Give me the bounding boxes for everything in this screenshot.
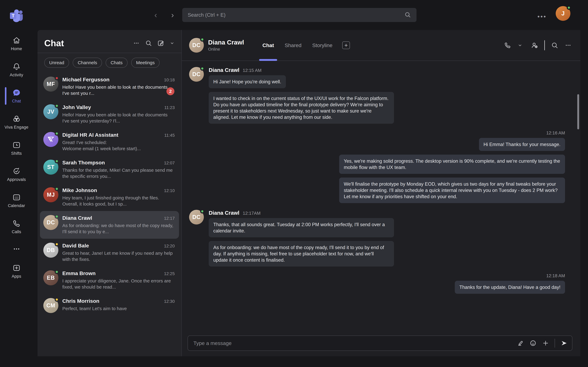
presence-indicator-green: [55, 104, 59, 108]
home-icon: [12, 36, 21, 45]
message-composer[interactable]: [188, 335, 572, 351]
presence-indicator-green: [55, 187, 59, 191]
user-avatar[interactable]: J: [556, 6, 571, 21]
content-row: Chat UnreadChannelsCha: [37, 30, 580, 356]
chevron-down-icon[interactable]: [170, 41, 175, 46]
avatar: DC: [189, 210, 204, 225]
new-chat-icon[interactable]: [157, 40, 164, 47]
incoming-message-bubble: Thanks, that all sounds great. Tuesday a…: [209, 218, 394, 237]
chat-list-search-icon[interactable]: [145, 40, 152, 47]
rail-item-calls[interactable]: Calls: [5, 214, 28, 240]
rail-items: Home Activity Chat Viva Engage Shifts Ap…: [5, 31, 28, 284]
add-tab-button[interactable]: +: [342, 42, 350, 49]
more-icon: [12, 245, 21, 253]
outgoing-message-bubble: Thanks for the update, Diana! Have a goo…: [455, 281, 565, 294]
chat-list-panel: Chat UnreadChannelsCha: [37, 30, 182, 356]
tab-chat[interactable]: Chat: [262, 30, 274, 60]
conversation-preview: Great to hear, Jane! Let me know if you …: [62, 250, 175, 262]
filter-pill-channels[interactable]: Channels: [73, 58, 102, 68]
add-people-icon[interactable]: [531, 42, 538, 49]
message-time: 12:17AM: [243, 211, 260, 216]
rail-item-approvals[interactable]: Approvals: [5, 161, 28, 187]
message-group: DC Diana Crawl 12:17AM Thanks, that all …: [189, 210, 565, 267]
message-group: 12:16 AM Hi Emma! Thanks for your messag…: [189, 130, 565, 203]
avatar: [43, 132, 58, 147]
nav-back-button[interactable]: ‹: [151, 10, 161, 20]
conversation-list-item[interactable]: MF Michael Fergusson 10:18 Hello! Have y…: [40, 73, 179, 100]
tab-storyline[interactable]: Storyline: [312, 30, 332, 60]
conversation-list-item[interactable]: EB Emma Brown 12:25 I appreciate your di…: [40, 266, 179, 294]
rail-item-label: Calls: [12, 230, 21, 234]
panel-title: Chat: [44, 38, 133, 48]
conversation-time: 12:10: [164, 188, 175, 193]
filter-pills: UnreadChannelsChatsMeetings: [37, 53, 182, 71]
global-search[interactable]: [182, 8, 416, 22]
attach-plus-icon[interactable]: [542, 340, 549, 347]
chat-icon: [12, 88, 21, 97]
message-input[interactable]: [193, 340, 517, 346]
chat-list-header: Chat: [37, 30, 182, 53]
avatar-initials: EB: [47, 275, 55, 281]
conversation-name: Chris Morrison: [62, 298, 164, 304]
message-time: 12:16 AM: [189, 130, 565, 135]
rail-item-home[interactable]: Home: [5, 31, 28, 57]
conversation-list-item[interactable]: DC Diana Crawl 12:17 As for onboarding: …: [40, 211, 179, 239]
conversation-list-item[interactable]: JV John Valley 11:23 Hello! Have you bee…: [40, 100, 179, 128]
conversation-preview: I appreciate your diligence, Jane. Once …: [62, 278, 175, 290]
filter-pill-meetings[interactable]: Meetings: [131, 58, 160, 68]
conversation-list-item[interactable]: CM Chris Morrison 12:30 Perfect, team! L…: [40, 294, 179, 317]
conversation-list-item[interactable]: MJ Mike Johnson 12:10 Hey team, I just f…: [40, 183, 179, 211]
presence-indicator-green: [200, 209, 204, 213]
conversation-preview: Thanks for the update, Mike! Can you ple…: [62, 167, 175, 179]
calendar-icon: [12, 193, 21, 201]
conversation-name: Michael Fergusson: [62, 77, 164, 83]
conversation-more-icon[interactable]: [564, 42, 572, 49]
conversation-name: John Valley: [62, 104, 164, 110]
conversation-panel: DC Diana Crawl Online ChatSharedStorylin…: [182, 30, 580, 356]
emoji-icon[interactable]: [529, 340, 536, 347]
unread-badge: 2: [166, 87, 174, 95]
incoming-message-bubble: I wanted to check in on the current stat…: [209, 92, 394, 124]
conversation-time: 10:18: [164, 77, 175, 83]
avatar-initials: DC: [192, 71, 201, 77]
message-group: DC Diana Crawl 12:15 AM Hi Jane! Hope yo…: [189, 67, 565, 124]
rail-item-label: Activity: [10, 73, 23, 77]
conversation-list-item[interactable]: DB David Bale 12:20 Great to hear, Jane!…: [40, 239, 179, 266]
presence-status-text: Online: [208, 47, 244, 52]
rail-item-activity[interactable]: Activity: [5, 57, 28, 83]
call-icon[interactable]: [504, 42, 511, 49]
avatar: DB: [43, 243, 58, 258]
app-rail: T Home Activity Chat Viva Engage Shifts …: [0, 0, 33, 367]
rail-item-chat[interactable]: Chat: [5, 83, 28, 109]
format-pen-icon[interactable]: [517, 340, 524, 347]
conversation-list-item[interactable]: ST Sarah Thompson 12:07 Thanks for the u…: [40, 156, 179, 183]
conversation-avatar[interactable]: DC: [189, 38, 204, 53]
conversation-list-item[interactable]: Digital HR AI Assistant 11:45 Great! I'v…: [40, 128, 179, 156]
search-input[interactable]: [188, 12, 404, 18]
rail-item-shifts[interactable]: Shifts: [5, 135, 28, 161]
rail-item-more[interactable]: [5, 240, 28, 258]
conversation-name: David Bale: [62, 243, 164, 249]
main-area: ‹ › ••• J Chat: [33, 0, 588, 367]
filter-pill-unread[interactable]: Unread: [44, 58, 69, 68]
chat-list-more-icon[interactable]: [133, 40, 140, 47]
conversation-name: Emma Brown: [62, 270, 164, 276]
topbar-more-button[interactable]: •••: [537, 13, 547, 20]
tab-shared[interactable]: Shared: [285, 30, 302, 60]
apps-icon: [12, 264, 21, 272]
send-icon[interactable]: [561, 340, 568, 347]
message-sender: Diana Crawl: [209, 210, 239, 216]
message-time: 12:18 AM: [189, 273, 565, 278]
scrollbar-thumb[interactable]: [577, 94, 579, 129]
nav-forward-button[interactable]: ›: [168, 10, 177, 20]
rail-item-viva-engage[interactable]: Viva Engage: [5, 109, 28, 135]
conversation-time: 11:45: [164, 133, 175, 138]
rail-item-calendar[interactable]: Calendar: [5, 187, 28, 214]
rail-item-apps[interactable]: Apps: [5, 258, 28, 284]
conversation-time: 12:07: [164, 161, 175, 166]
presence-indicator-green: [55, 159, 59, 163]
call-options-chevron-icon[interactable]: [517, 43, 523, 48]
filter-pill-chats[interactable]: Chats: [106, 58, 127, 68]
conversation-search-icon[interactable]: [551, 42, 558, 49]
incoming-message-bubble: Hi Jane! Hope you're doing well.: [209, 75, 286, 88]
